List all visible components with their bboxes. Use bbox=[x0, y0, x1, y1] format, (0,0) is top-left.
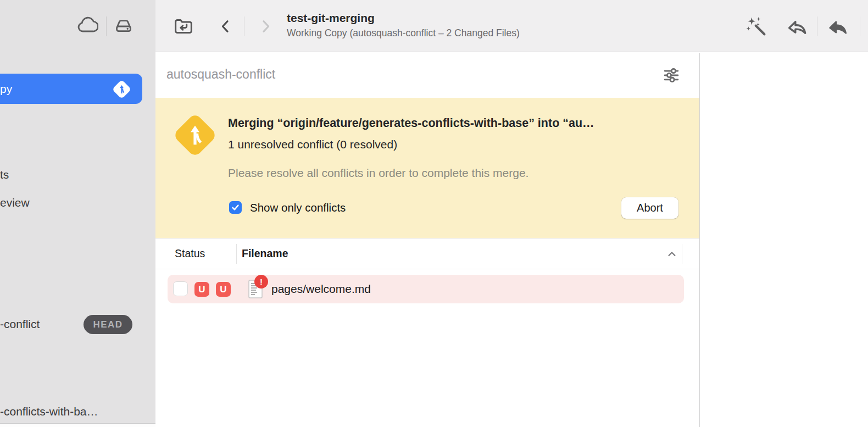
head-badge: HEAD bbox=[84, 315, 132, 334]
drive-icon[interactable] bbox=[111, 13, 136, 38]
back-chevron-icon[interactable] bbox=[215, 15, 237, 38]
filter-sliders-icon[interactable] bbox=[660, 64, 683, 87]
sidebar-item-commits[interactable]: ts bbox=[0, 168, 9, 181]
abort-button[interactable]: Abort bbox=[621, 197, 678, 219]
sidebar: py ts eview -conflict HEAD -conflicts-wi… bbox=[0, 0, 155, 424]
branch-name: autosquash-conflict bbox=[166, 67, 275, 82]
column-header-status[interactable]: Status bbox=[175, 247, 205, 260]
merge-banner: Merging “origin/feature/generates-confli… bbox=[155, 98, 699, 238]
window-subtitle: Working Copy (autosquash-conflict – 2 Ch… bbox=[287, 27, 520, 39]
detail-panel bbox=[700, 53, 868, 427]
status-badge-unmerged: U bbox=[216, 282, 231, 297]
show-only-conflicts-checkbox[interactable] bbox=[229, 201, 242, 214]
sidebar-item-label: py bbox=[0, 82, 12, 96]
sidebar-bottom-strip bbox=[0, 424, 155, 427]
branch-header: autosquash-conflict bbox=[155, 53, 699, 98]
status-badge-unmerged: U bbox=[194, 282, 209, 297]
cloud-icon[interactable] bbox=[75, 13, 100, 38]
sidebar-item-review[interactable]: eview bbox=[0, 196, 30, 209]
merge-sign-icon bbox=[112, 79, 131, 98]
merge-state-badge bbox=[112, 79, 131, 99]
column-header-filename[interactable]: Filename bbox=[242, 247, 288, 260]
merge-instruction: Please resolve all conflicts in order to… bbox=[228, 167, 528, 180]
undo-arrow-outline-icon[interactable] bbox=[784, 14, 810, 39]
column-separator[interactable] bbox=[236, 244, 237, 264]
window-title-block: test-git-merging Working Copy (autosquas… bbox=[287, 12, 520, 39]
sidebar-toolbar-separator bbox=[106, 16, 107, 36]
toolbar-separator bbox=[860, 16, 860, 36]
undo-arrow-filled-icon[interactable] bbox=[825, 14, 850, 39]
conflicted-file-row[interactable]: U U ! pages/welcome.md bbox=[168, 275, 684, 303]
sidebar-branch-current[interactable]: -conflict bbox=[0, 318, 40, 331]
file-name: pages/welcome.md bbox=[271, 275, 371, 303]
conflict-alert-icon: ! bbox=[254, 275, 268, 289]
main-content: autosquash-conflict bbox=[155, 53, 699, 427]
sidebar-branch-remote[interactable]: -conflicts-with-ba… bbox=[0, 405, 98, 418]
show-only-conflicts-label[interactable]: Show only conflicts bbox=[250, 201, 346, 214]
folder-return-icon[interactable] bbox=[171, 14, 196, 39]
file-stage-checkbox[interactable] bbox=[173, 281, 188, 296]
chevron-up-icon[interactable] bbox=[665, 248, 678, 261]
magic-wand-icon[interactable] bbox=[744, 14, 769, 39]
sidebar-item-working-copy[interactable]: py bbox=[0, 74, 142, 104]
window-title: test-git-merging bbox=[287, 12, 520, 25]
column-separator bbox=[682, 244, 682, 264]
forward-chevron-icon[interactable] bbox=[254, 15, 276, 38]
file-table-header: Status Filename bbox=[155, 238, 699, 269]
app-window: py ts eview -conflict HEAD -conflicts-wi… bbox=[0, 0, 868, 427]
conflict-summary: 1 unresolved conflict (0 resolved) bbox=[228, 138, 397, 151]
toolbar-separator bbox=[244, 16, 244, 36]
toolbar: test-git-merging Working Copy (autosquas… bbox=[155, 0, 868, 52]
merge-sign-icon bbox=[179, 119, 212, 152]
toolbar-separator bbox=[817, 16, 817, 36]
merge-banner-title: Merging “origin/feature/generates-confli… bbox=[228, 117, 594, 130]
